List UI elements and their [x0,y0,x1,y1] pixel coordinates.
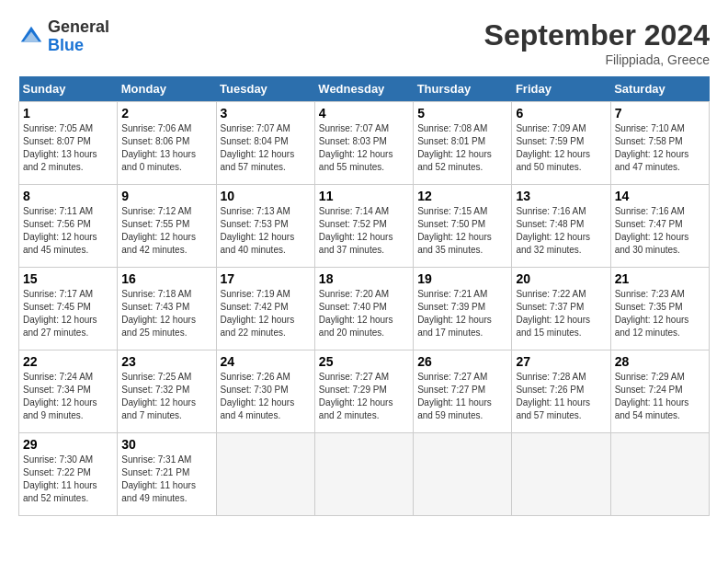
day-number: 25 [319,354,409,369]
day-info: Sunrise: 7:27 AMSunset: 7:27 PMDaylight:… [417,371,507,422]
day-number: 13 [516,189,606,203]
day-cell: 14Sunrise: 7:16 AMSunset: 7:47 PMDayligh… [610,185,709,268]
day-info: Sunrise: 7:08 AMSunset: 8:01 PMDaylight:… [417,122,507,174]
day-info: Sunrise: 7:23 AMSunset: 7:35 PMDaylight:… [615,288,705,339]
day-number: 14 [615,189,705,203]
day-number: 11 [319,189,409,203]
day-info: Sunrise: 7:13 AMSunset: 7:53 PMDaylight:… [221,205,311,257]
day-info: Sunrise: 7:31 AMSunset: 7:21 PMDaylight:… [121,454,211,505]
day-number: 4 [319,106,409,121]
day-info: Sunrise: 7:18 AMSunset: 7:43 PMDaylight:… [121,288,211,339]
col-monday: Monday [118,76,216,102]
day-number: 17 [221,271,311,286]
logo: General Blue [18,18,109,55]
day-info: Sunrise: 7:24 AMSunset: 7:34 PMDaylight:… [23,371,113,422]
logo-icon [18,24,44,50]
col-sunday: Sunday [19,76,118,102]
col-wednesday: Wednesday [314,76,413,102]
calendar-row: 8Sunrise: 7:11 AMSunset: 7:56 PMDaylight… [19,185,710,268]
day-cell: 7Sunrise: 7:10 AMSunset: 7:58 PMDaylight… [610,102,709,185]
day-cell: 13Sunrise: 7:16 AMSunset: 7:48 PMDayligh… [512,185,610,268]
day-cell: 18Sunrise: 7:20 AMSunset: 7:40 PMDayligh… [314,268,413,350]
day-cell: 23Sunrise: 7:25 AMSunset: 7:32 PMDayligh… [118,350,216,433]
month-title: September 2024 [484,18,710,52]
day-cell: 30Sunrise: 7:31 AMSunset: 7:21 PMDayligh… [118,433,216,516]
day-cell: 16Sunrise: 7:18 AMSunset: 7:43 PMDayligh… [118,268,216,350]
day-info: Sunrise: 7:09 AMSunset: 7:59 PMDaylight:… [516,122,606,174]
day-number: 28 [615,354,705,369]
empty-cell [414,433,512,516]
empty-cell [314,433,413,516]
day-number: 5 [417,106,507,121]
day-info: Sunrise: 7:28 AMSunset: 7:26 PMDaylight:… [516,371,606,422]
title-block: September 2024 Filippiada, Greece [484,18,710,67]
day-number: 30 [121,437,211,452]
day-info: Sunrise: 7:10 AMSunset: 7:58 PMDaylight:… [615,122,705,174]
col-tuesday: Tuesday [216,76,314,102]
calendar-table: Sunday Monday Tuesday Wednesday Thursday… [18,76,710,516]
day-cell: 6Sunrise: 7:09 AMSunset: 7:59 PMDaylight… [512,102,610,185]
day-cell: 9Sunrise: 7:12 AMSunset: 7:55 PMDaylight… [118,185,216,268]
day-info: Sunrise: 7:16 AMSunset: 7:47 PMDaylight:… [615,205,705,257]
day-info: Sunrise: 7:14 AMSunset: 7:52 PMDaylight:… [319,205,409,257]
day-number: 20 [516,271,606,286]
day-info: Sunrise: 7:07 AMSunset: 8:03 PMDaylight:… [319,122,409,174]
day-info: Sunrise: 7:30 AMSunset: 7:22 PMDaylight:… [23,454,113,505]
day-cell: 10Sunrise: 7:13 AMSunset: 7:53 PMDayligh… [216,185,314,268]
empty-cell [512,433,610,516]
day-number: 27 [516,354,606,369]
day-cell: 26Sunrise: 7:27 AMSunset: 7:27 PMDayligh… [414,350,512,433]
day-cell: 5Sunrise: 7:08 AMSunset: 8:01 PMDaylight… [414,102,512,185]
day-cell: 21Sunrise: 7:23 AMSunset: 7:35 PMDayligh… [610,268,709,350]
day-number: 23 [121,354,211,369]
day-info: Sunrise: 7:22 AMSunset: 7:37 PMDaylight:… [516,288,606,339]
day-cell: 27Sunrise: 7:28 AMSunset: 7:26 PMDayligh… [512,350,610,433]
day-cell: 28Sunrise: 7:29 AMSunset: 7:24 PMDayligh… [610,350,709,433]
day-cell: 17Sunrise: 7:19 AMSunset: 7:42 PMDayligh… [216,268,314,350]
day-number: 21 [615,271,705,286]
day-cell: 3Sunrise: 7:07 AMSunset: 8:04 PMDaylight… [216,102,314,185]
logo-text: General Blue [48,18,109,55]
day-info: Sunrise: 7:25 AMSunset: 7:32 PMDaylight:… [121,371,211,422]
calendar-row: 15Sunrise: 7:17 AMSunset: 7:45 PMDayligh… [19,268,710,350]
day-number: 2 [121,106,211,121]
day-number: 12 [417,189,507,203]
location: Filippiada, Greece [484,52,710,67]
day-cell: 20Sunrise: 7:22 AMSunset: 7:37 PMDayligh… [512,268,610,350]
day-info: Sunrise: 7:19 AMSunset: 7:42 PMDaylight:… [221,288,311,339]
calendar-row: 22Sunrise: 7:24 AMSunset: 7:34 PMDayligh… [19,350,710,433]
day-cell: 12Sunrise: 7:15 AMSunset: 7:50 PMDayligh… [414,185,512,268]
day-info: Sunrise: 7:20 AMSunset: 7:40 PMDaylight:… [319,288,409,339]
day-cell: 29Sunrise: 7:30 AMSunset: 7:22 PMDayligh… [19,433,118,516]
day-info: Sunrise: 7:06 AMSunset: 8:06 PMDaylight:… [121,122,211,174]
col-friday: Friday [512,76,610,102]
calendar-row: 1Sunrise: 7:05 AMSunset: 8:07 PMDaylight… [19,102,710,185]
calendar-body: 1Sunrise: 7:05 AMSunset: 8:07 PMDaylight… [19,102,710,516]
col-saturday: Saturday [610,76,709,102]
empty-cell [610,433,709,516]
day-info: Sunrise: 7:11 AMSunset: 7:56 PMDaylight:… [23,205,113,257]
day-number: 24 [221,354,311,369]
day-number: 22 [23,354,113,369]
calendar-row: 29Sunrise: 7:30 AMSunset: 7:22 PMDayligh… [19,433,710,516]
day-info: Sunrise: 7:17 AMSunset: 7:45 PMDaylight:… [23,288,113,339]
page-header: General Blue September 2024 Filippiada, … [18,18,710,67]
day-number: 10 [221,189,311,203]
day-info: Sunrise: 7:15 AMSunset: 7:50 PMDaylight:… [417,205,507,257]
day-cell: 22Sunrise: 7:24 AMSunset: 7:34 PMDayligh… [19,350,118,433]
day-info: Sunrise: 7:16 AMSunset: 7:48 PMDaylight:… [516,205,606,257]
day-info: Sunrise: 7:27 AMSunset: 7:29 PMDaylight:… [319,371,409,422]
empty-cell [216,433,314,516]
day-number: 15 [23,271,113,286]
header-row: Sunday Monday Tuesday Wednesday Thursday… [19,76,710,102]
day-number: 26 [417,354,507,369]
day-info: Sunrise: 7:05 AMSunset: 8:07 PMDaylight:… [23,122,113,174]
day-number: 3 [221,106,311,121]
day-info: Sunrise: 7:26 AMSunset: 7:30 PMDaylight:… [221,371,311,422]
day-cell: 15Sunrise: 7:17 AMSunset: 7:45 PMDayligh… [19,268,118,350]
day-number: 19 [417,271,507,286]
day-number: 18 [319,271,409,286]
day-cell: 1Sunrise: 7:05 AMSunset: 8:07 PMDaylight… [19,102,118,185]
day-cell: 11Sunrise: 7:14 AMSunset: 7:52 PMDayligh… [314,185,413,268]
day-number: 9 [121,189,211,203]
